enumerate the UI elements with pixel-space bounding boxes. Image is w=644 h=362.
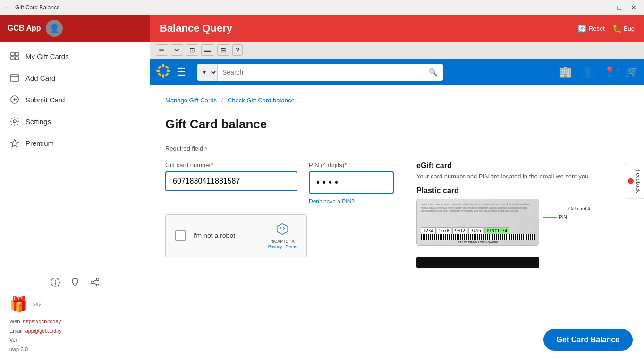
grid-icon — [9, 51, 20, 61]
email-link[interactable]: app@gcb.today — [25, 328, 62, 334]
topbar: Balance Query 🔄 Reset 🐛 Bug — [150, 15, 644, 42]
svg-point-23 — [167, 69, 170, 71]
required-note: Required field * — [165, 145, 629, 152]
sidebar-item-label: Submit Card — [25, 96, 65, 104]
maximize-button[interactable]: □ — [614, 3, 625, 12]
recaptcha-checkbox[interactable] — [175, 230, 186, 241]
sidebar-header: GCB App 👤 — [0, 15, 150, 42]
svg-point-24 — [158, 65, 162, 69]
svg-point-25 — [165, 72, 169, 76]
recaptcha-icon — [276, 222, 289, 239]
card-num-2: 5678 — [437, 227, 452, 234]
dont-have-pin-link[interactable]: Don't have a PIN? — [309, 198, 394, 205]
svg-point-21 — [162, 74, 164, 77]
gift-icon: 🎁 — [9, 295, 28, 313]
egift-title: eGift card — [416, 161, 629, 170]
submit-icon — [9, 94, 20, 105]
topbar-actions: 🔄 Reset 🐛 Bug — [577, 24, 635, 33]
walmart-logo[interactable] — [156, 63, 171, 82]
lightbulb-icon-button[interactable] — [70, 277, 80, 290]
cart-icon-button[interactable]: 🛒 — [626, 66, 638, 78]
hamburger-menu-button[interactable]: ☰ — [177, 66, 186, 78]
svg-rect-0 — [11, 52, 14, 56]
premium-icon — [9, 138, 20, 148]
recaptcha-label: I'm not a robot — [193, 232, 261, 239]
sidebar-app-name: GCB App — [8, 24, 41, 33]
help-tool-button[interactable]: ? — [232, 44, 243, 56]
card-info-panel: eGift card Your card number and PIN are … — [416, 161, 629, 268]
breadcrumb-current: Check Gift Card balance — [228, 97, 295, 104]
back-button[interactable]: ← — [4, 3, 11, 12]
breadcrumb-manage[interactable]: Manage Gift Cards — [165, 97, 217, 104]
barcode — [421, 234, 535, 240]
svg-rect-2 — [11, 57, 14, 60]
svg-point-9 — [13, 120, 16, 123]
gift-label: Sey! — [32, 302, 42, 307]
feedback-dot — [628, 178, 634, 184]
edit-tool-button[interactable]: ✏ — [156, 44, 168, 56]
frame-tool-button[interactable]: ⊟ — [217, 44, 229, 56]
sidebar-gift: 🎁 Sey! — [9, 295, 140, 313]
titlebar: ← Gift Card Balance — □ ✕ — [0, 0, 644, 15]
card-num-3: 9012 — [452, 227, 467, 234]
recaptcha-widget: I'm not a robot reCAPTCHA — [165, 214, 307, 257]
sidebar-item-my-gift-cards[interactable]: My Gift Cards — [0, 45, 150, 67]
svg-line-19 — [93, 283, 96, 284]
search-input[interactable] — [218, 68, 424, 76]
form-area: Gift card number* PIN (4 digits)* Don't … — [165, 161, 394, 272]
sidebar-footer: 🎁 Sey! Web https://gcb.today Email app@g… — [0, 269, 150, 362]
sidebar-links: Web https://gcb.today Email app@gcb.toda… — [9, 317, 140, 354]
svg-point-16 — [91, 281, 93, 283]
store-icon-button[interactable]: 🏢 — [559, 66, 572, 78]
toolbar: ✏ ✂ ⊡ ▬ ⊟ ? — [150, 42, 644, 59]
svg-line-18 — [93, 280, 96, 281]
svg-point-27 — [158, 72, 162, 76]
cut-tool-button[interactable]: ✂ — [171, 44, 183, 56]
svg-point-17 — [96, 284, 99, 286]
search-button[interactable]: 🔍 — [424, 68, 443, 77]
reset-button[interactable]: 🔄 Reset — [577, 24, 605, 33]
svg-marker-10 — [11, 139, 18, 147]
sidebar-nav: My Gift Cards Add Card — [0, 42, 150, 269]
svg-point-13 — [55, 280, 56, 281]
web-link[interactable]: https://gcb.today — [23, 319, 61, 324]
share-icon-button[interactable] — [90, 277, 100, 290]
feedback-tab[interactable]: Feedback — [625, 163, 644, 198]
terms-link[interactable]: Terms — [286, 244, 297, 249]
reset-icon: 🔄 — [577, 24, 587, 33]
pin-group: PIN (4 digits)* Don't have a PIN? — [309, 161, 394, 205]
sidebar-item-submit-card[interactable]: Submit Card — [0, 89, 150, 110]
egift-text: Your card number and PIN are located in … — [416, 173, 629, 180]
footer-icons — [9, 277, 140, 290]
line-tool-button[interactable]: ▬ — [201, 44, 214, 56]
info-icon-button[interactable] — [50, 277, 60, 290]
close-button[interactable]: ✕ — [627, 3, 640, 12]
sidebar-item-label: My Gift Cards — [25, 52, 69, 60]
form-info-row: Gift card number* PIN (4 digits)* Don't … — [165, 161, 629, 272]
sidebar: GCB App 👤 My Gift Cards — [0, 15, 150, 362]
feedback-label: Feedback — [636, 169, 641, 192]
location-icon-button[interactable]: 📍 — [603, 66, 616, 78]
sidebar-item-label: Premium — [25, 139, 54, 147]
svg-point-22 — [156, 69, 160, 71]
gift-card-input[interactable] — [165, 171, 297, 191]
sidebar-item-settings[interactable]: Settings — [0, 110, 150, 132]
email-label: Email app@gcb.today — [9, 327, 140, 336]
bug-button[interactable]: 🐛 Bug — [612, 24, 635, 33]
pin-card-label: PIN — [543, 215, 567, 220]
page-title: Gift Card balance — [165, 117, 629, 132]
select-tool-button[interactable]: ⊡ — [186, 44, 198, 56]
giftcard-label: Gift card # — [543, 206, 590, 211]
sidebar-item-premium[interactable]: Premium — [0, 132, 150, 154]
get-card-balance-button[interactable]: Get Card Balance — [543, 329, 633, 351]
recaptcha-brand: reCAPTCHA — [271, 239, 295, 244]
pin-input[interactable] — [309, 171, 394, 194]
minimize-button[interactable]: — — [598, 3, 612, 12]
account-icon-button[interactable]: 👤 — [581, 66, 594, 78]
svg-rect-4 — [10, 75, 19, 81]
search-dropdown[interactable]: ▾ — [197, 64, 218, 81]
form-fields-row: Gift card number* PIN (4 digits)* Don't … — [165, 161, 394, 205]
sidebar-item-add-card[interactable]: Add Card — [0, 67, 150, 89]
app-layout: GCB App 👤 My Gift Cards — [0, 15, 644, 362]
privacy-link[interactable]: Privacy — [268, 244, 282, 249]
